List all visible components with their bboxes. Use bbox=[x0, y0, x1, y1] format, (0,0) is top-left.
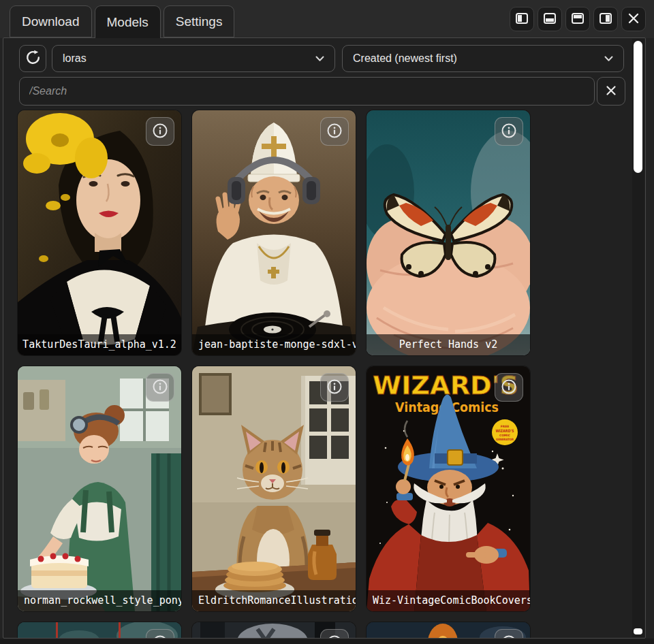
model-name: TakturDesTauri_alpha_v1.2 bbox=[18, 334, 181, 355]
model-card-partial[interactable] bbox=[367, 622, 530, 639]
dock-bottom-icon bbox=[543, 12, 557, 27]
model-name: Perfect Hands v2 bbox=[367, 334, 530, 355]
sort-order-select[interactable]: Created (newest first) bbox=[342, 45, 624, 72]
models-panel: loras Created (newest first) bbox=[3, 37, 646, 639]
layout-split-left-button[interactable] bbox=[510, 7, 534, 31]
clear-icon bbox=[606, 85, 617, 98]
model-preview-image bbox=[18, 366, 181, 611]
chevron-down-icon bbox=[604, 52, 613, 65]
model-card-grid: TakturDesTauri_alpha_v1.2 bbox=[18, 110, 530, 639]
model-name: Wiz-VintageComicBookCovers bbox=[367, 590, 530, 611]
info-button[interactable] bbox=[146, 629, 174, 639]
svg-text:COMIC: COMIC bbox=[499, 434, 510, 437]
refresh-button[interactable] bbox=[19, 45, 46, 72]
model-card[interactable]: EldritchRomanceIllustratio bbox=[192, 366, 356, 611]
info-button[interactable] bbox=[320, 629, 349, 639]
search-input[interactable] bbox=[19, 77, 595, 106]
model-name: EldritchRomanceIllustratio bbox=[192, 590, 356, 611]
scrollbar-bottom-piece[interactable] bbox=[634, 628, 642, 634]
chevron-down-icon bbox=[315, 52, 324, 65]
info-button[interactable] bbox=[495, 117, 523, 146]
close-icon bbox=[627, 12, 640, 27]
info-icon bbox=[326, 379, 343, 397]
model-card[interactable]: TakturDesTauri_alpha_v1.2 bbox=[18, 110, 181, 355]
info-icon bbox=[152, 123, 168, 141]
dock-top-icon bbox=[571, 12, 585, 27]
model-card-partial[interactable] bbox=[18, 622, 181, 639]
clear-search-button[interactable] bbox=[597, 77, 625, 106]
info-button[interactable] bbox=[320, 117, 349, 146]
info-button[interactable] bbox=[495, 373, 523, 402]
svg-text:GENERATOR: GENERATOR bbox=[496, 438, 514, 441]
model-card[interactable]: Perfect Hands v2 bbox=[367, 110, 530, 355]
info-button[interactable] bbox=[146, 117, 174, 146]
info-icon bbox=[501, 123, 517, 141]
refresh-icon bbox=[25, 50, 41, 67]
model-name: norman_rockwell_style_pony bbox=[18, 590, 181, 611]
tab-settings[interactable]: Settings bbox=[164, 5, 235, 37]
model-card-partial[interactable] bbox=[192, 622, 356, 639]
close-dialog-button[interactable] bbox=[621, 7, 646, 31]
sort-order-value: Created (newest first) bbox=[353, 52, 457, 65]
model-type-select[interactable]: loras bbox=[52, 45, 335, 72]
window-controls bbox=[510, 7, 646, 31]
model-card[interactable]: WIZARD'S Vintage Comics FREE WIZARD'S CO… bbox=[367, 366, 530, 611]
scrollbar-track[interactable] bbox=[632, 39, 644, 637]
layout-split-right-button[interactable] bbox=[593, 7, 618, 31]
info-button[interactable] bbox=[146, 373, 174, 402]
info-button[interactable] bbox=[495, 629, 523, 639]
model-card[interactable]: jean-baptiste-monge-sdxl-v bbox=[192, 110, 356, 355]
model-name: jean-baptiste-monge-sdxl-v bbox=[192, 334, 356, 355]
model-card[interactable]: norman_rockwell_style_pony bbox=[18, 366, 181, 611]
model-preview-image bbox=[367, 110, 530, 355]
scrollbar-thumb[interactable] bbox=[634, 41, 642, 173]
window-title-bar: Download Models Settings bbox=[0, 0, 654, 38]
model-preview-image bbox=[18, 110, 181, 355]
layout-dock-bottom-button[interactable] bbox=[538, 7, 562, 31]
split-left-icon bbox=[515, 12, 529, 27]
info-icon bbox=[501, 379, 517, 397]
info-icon bbox=[326, 123, 343, 141]
tab-download[interactable]: Download bbox=[10, 5, 92, 37]
svg-text:WIZARD'S: WIZARD'S bbox=[496, 428, 514, 433]
info-icon bbox=[152, 379, 168, 397]
tab-models[interactable]: Models bbox=[95, 5, 161, 38]
split-right-icon bbox=[599, 12, 612, 27]
info-button[interactable] bbox=[320, 373, 349, 402]
layout-dock-top-button[interactable] bbox=[565, 7, 590, 31]
model-type-value: loras bbox=[63, 52, 87, 65]
model-preview-image bbox=[192, 366, 356, 611]
bottom-edge bbox=[0, 639, 654, 644]
model-preview-image: WIZARD'S Vintage Comics FREE WIZARD'S CO… bbox=[367, 366, 530, 611]
model-preview-image bbox=[192, 110, 356, 355]
tab-bar: Download Models Settings bbox=[10, 5, 234, 38]
